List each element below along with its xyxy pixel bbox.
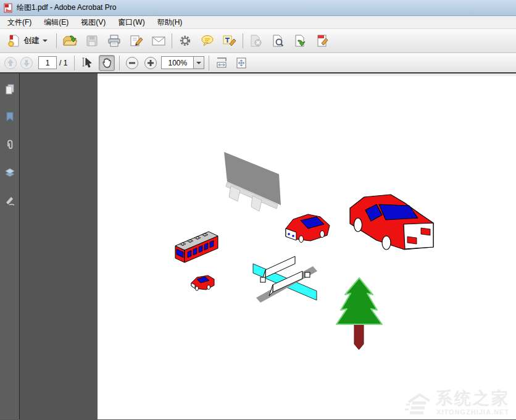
hand-tool-button[interactable] <box>99 55 115 71</box>
watermark-title: 系统之家 <box>436 390 510 407</box>
zoom-out-button[interactable] <box>124 55 140 71</box>
window-titlebar: 绘图1.pdf - Adobe Acrobat Pro <box>0 0 516 16</box>
previous-page-button[interactable] <box>2 55 19 71</box>
page-navigation-toolbar: / 1 <box>0 53 516 74</box>
select-tool-icon <box>80 56 94 70</box>
pdf-drawing-canvas <box>98 74 516 419</box>
train-car <box>175 232 218 262</box>
menu-window[interactable]: 窗口(W) <box>112 16 151 29</box>
watermark-house-icon <box>405 391 432 416</box>
hand-tool-icon <box>100 56 114 70</box>
gear-icon <box>178 34 192 48</box>
document-redact-button[interactable] <box>314 32 331 49</box>
panel-pages-button[interactable] <box>2 81 18 97</box>
menu-bar: 文件(F) 编辑(E) 视图(V) 窗口(W) 帮助(H) <box>0 16 516 29</box>
zoom-in-icon <box>144 56 157 70</box>
print-button[interactable] <box>106 32 123 49</box>
main-toolbar: 创建 <box>0 29 516 53</box>
create-pdf-button[interactable]: 创建 <box>2 32 52 50</box>
bridge-crossing <box>253 256 317 303</box>
chevron-down-icon <box>196 62 201 64</box>
save-file-button[interactable] <box>83 32 101 49</box>
page-total-label: / 1 <box>59 59 67 67</box>
car-large <box>350 195 433 250</box>
menu-help[interactable]: 帮助(H) <box>151 16 189 29</box>
fit-window-button[interactable] <box>233 55 249 71</box>
open-file-button[interactable] <box>61 32 78 49</box>
document-export-icon <box>293 34 308 48</box>
previous-page-icon <box>4 56 17 70</box>
panel-attachments-button[interactable] <box>2 136 18 153</box>
save-floppy-icon <box>85 34 99 48</box>
navigation-pane <box>0 74 20 419</box>
speech-bubble-icon <box>200 34 215 48</box>
panel-signatures-button[interactable] <box>2 192 18 208</box>
pine-tree <box>336 278 382 350</box>
toolbar-separator <box>56 33 57 48</box>
document-delete-button[interactable] <box>248 32 265 49</box>
bookmark-icon <box>4 111 16 123</box>
layers-icon <box>4 166 16 178</box>
printer-icon <box>107 34 122 48</box>
next-page-button[interactable] <box>19 55 35 71</box>
sign-document-button[interactable] <box>128 32 145 49</box>
envelope-icon <box>151 34 166 48</box>
next-page-icon <box>20 56 33 70</box>
toolbar-separator <box>209 56 209 70</box>
document-delete-icon <box>249 34 264 48</box>
fit-window-icon <box>235 56 248 70</box>
email-button[interactable] <box>150 32 167 49</box>
panel-layers-button[interactable] <box>2 164 18 180</box>
billboard-sign <box>224 152 281 211</box>
signature-icon <box>4 194 16 206</box>
select-tool-button[interactable] <box>79 55 95 71</box>
zoom-level-combobox <box>161 56 204 69</box>
site-watermark: 系统之家 XITONGZHIJIA.NET <box>405 390 510 416</box>
menu-file[interactable]: 文件(F) <box>1 16 38 29</box>
chevron-down-icon <box>43 40 48 42</box>
pages-icon <box>4 83 16 95</box>
comment-button[interactable] <box>199 32 216 49</box>
document-search-button[interactable] <box>270 32 287 49</box>
fit-width-button[interactable] <box>214 55 230 71</box>
pdf-page[interactable]: 系统之家 XITONGZHIJIA.NET <box>98 74 516 419</box>
menu-edit[interactable]: 编辑(E) <box>38 16 75 29</box>
document-search-icon <box>271 34 286 48</box>
document-redact-icon <box>315 34 330 48</box>
zoom-level-input[interactable] <box>161 56 193 69</box>
toolbar-separator <box>74 56 75 70</box>
toolbar-separator <box>172 33 172 48</box>
watermark-text: 系统之家 XITONGZHIJIA.NET <box>436 390 510 416</box>
acrobat-pdf-icon <box>4 3 14 13</box>
create-pdf-icon <box>7 34 20 48</box>
text-edit-button[interactable] <box>221 32 238 49</box>
sign-pen-icon <box>129 34 144 48</box>
toolbar-separator <box>243 33 243 48</box>
text-highlight-icon <box>222 34 237 48</box>
open-folder-icon <box>62 34 77 48</box>
document-area: 系统之家 XITONGZHIJIA.NET <box>0 74 516 419</box>
zoom-out-icon <box>125 56 139 70</box>
zoom-dropdown-button[interactable] <box>193 56 204 69</box>
toolbar-separator <box>119 56 120 70</box>
tools-gear-button[interactable] <box>177 32 194 49</box>
create-button-label: 创建 <box>23 35 40 46</box>
panel-bookmarks-button[interactable] <box>2 109 18 125</box>
car-medium <box>286 214 330 243</box>
paperclip-icon <box>4 138 16 151</box>
watermark-subtitle: XITONGZHIJIA.NET <box>436 409 509 416</box>
window-title: 绘图1.pdf - Adobe Acrobat Pro <box>17 2 116 13</box>
car-tiny <box>191 275 214 291</box>
menu-view[interactable]: 视图(V) <box>75 16 112 29</box>
document-export-button[interactable] <box>292 32 309 49</box>
page-number-input[interactable] <box>38 56 57 69</box>
zoom-in-button[interactable] <box>143 55 159 71</box>
fit-width-icon <box>215 56 228 70</box>
